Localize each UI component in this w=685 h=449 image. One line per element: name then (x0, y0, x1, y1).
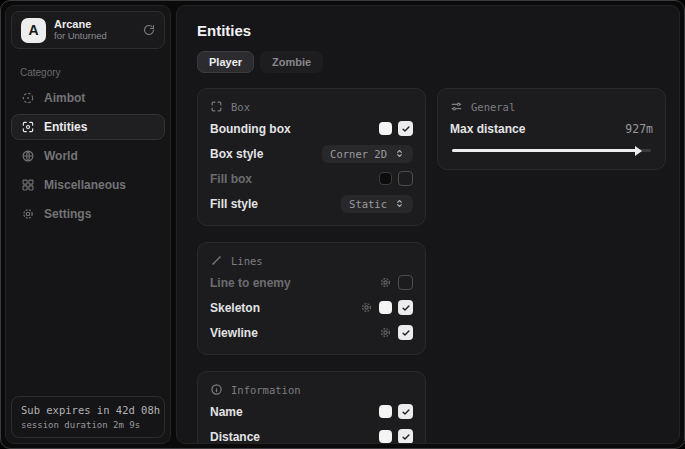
skeleton-controls (360, 300, 413, 315)
bounding-box-controls (379, 121, 413, 136)
viewline-checkbox[interactable] (398, 325, 413, 340)
right-column: General Max distance 927m (437, 88, 666, 170)
viewline-label: Viewline (210, 326, 258, 340)
name-checkbox[interactable] (398, 404, 413, 419)
box-style-dropdown[interactable]: Corner 2D (322, 145, 413, 163)
sidebar-item-label: Entities (44, 120, 87, 134)
fill-style-value: Static (349, 198, 387, 210)
chevron-up-down-icon (394, 198, 405, 209)
skeleton-settings-gear-icon[interactable] (360, 301, 373, 314)
bounding-box-label: Bounding box (210, 122, 291, 136)
general-panel-header: General (450, 100, 653, 113)
general-panel-title: General (471, 101, 515, 113)
entity-tabs: Player Zombie (197, 51, 666, 73)
line-to-enemy-checkbox[interactable] (398, 275, 413, 290)
fill-style-dropdown[interactable]: Static (341, 195, 413, 213)
sidebar-item-aimbot[interactable]: Aimbot (11, 85, 165, 111)
fill-box-label: Fill box (210, 172, 252, 186)
sidebar-item-label: Miscellaneous (44, 178, 126, 192)
skeleton-row: Skeleton (210, 297, 413, 318)
fill-box-row: Fill box (210, 168, 413, 189)
distance-controls (379, 429, 413, 444)
sidebar-item-settings[interactable]: Settings (11, 201, 165, 227)
fill-box-controls (379, 171, 413, 186)
bounding-box-row: Bounding box (210, 118, 413, 139)
check-icon (401, 407, 411, 417)
information-panel-header: Information (210, 383, 413, 396)
line-to-enemy-row: Line to enemy (210, 272, 413, 293)
box-style-row: Box style Corner 2D (210, 143, 413, 164)
general-panel: General Max distance 927m (437, 88, 666, 170)
name-label: Name (210, 405, 243, 419)
box-corners-icon (210, 100, 223, 113)
box-style-label: Box style (210, 147, 263, 161)
max-distance-value: 927m (625, 122, 653, 136)
scan-person-icon (21, 120, 35, 134)
sidebar-item-miscellaneous[interactable]: Miscellaneous (11, 172, 165, 198)
skeleton-label: Skeleton (210, 301, 260, 315)
crosshair-icon (21, 91, 35, 105)
app-window: A Arcane for Unturned Category Aimbot (0, 0, 685, 449)
page-title: Entities (197, 22, 666, 39)
line-to-enemy-controls (379, 275, 413, 290)
viewline-controls (379, 325, 413, 340)
fill-box-color-swatch[interactable] (379, 172, 392, 185)
lines-panel: Lines Line to enemy Skeleton (197, 242, 426, 355)
fill-box-checkbox[interactable] (398, 171, 413, 186)
chevron-up-down-icon (394, 148, 405, 159)
sidebar-item-world[interactable]: World (11, 143, 165, 169)
lines-panel-header: Lines (210, 254, 413, 267)
sidebar: A Arcane for Unturned Category Aimbot (5, 5, 171, 444)
brand-logo: A (21, 18, 46, 43)
box-panel-header: Box (210, 100, 413, 113)
line-to-enemy-settings-gear-icon[interactable] (379, 276, 392, 289)
name-controls (379, 404, 413, 419)
tab-player[interactable]: Player (197, 51, 254, 73)
box-panel-title: Box (231, 101, 250, 113)
distance-color-swatch[interactable] (379, 430, 392, 443)
sliders-icon (450, 100, 463, 113)
left-column: Box Bounding box Box style (197, 88, 426, 444)
brand-name: Arcane (54, 18, 107, 31)
distance-label: Distance (210, 430, 260, 444)
max-distance-slider-fill (452, 149, 637, 152)
fill-style-label: Fill style (210, 197, 258, 211)
sidebar-nav: Aimbot Entities World Miscellaneous (6, 85, 170, 227)
bounding-box-color-swatch[interactable] (379, 122, 392, 135)
max-distance-slider[interactable] (452, 149, 651, 152)
box-style-controls: Corner 2D (322, 145, 413, 163)
check-icon (401, 432, 411, 442)
distance-checkbox[interactable] (398, 429, 413, 444)
category-label: Category (20, 67, 156, 78)
name-color-swatch[interactable] (379, 405, 392, 418)
panels-content: Box Bounding box Box style (190, 88, 666, 444)
fill-style-row: Fill style Static (210, 193, 413, 214)
gear-icon (21, 207, 35, 221)
skeleton-checkbox[interactable] (398, 300, 413, 315)
tab-zombie[interactable]: Zombie (260, 51, 323, 73)
diagonal-line-icon (210, 254, 223, 267)
sub-expiry-text: Sub expires in 42d 08h (21, 404, 155, 416)
max-distance-row: Max distance 927m (450, 119, 653, 139)
line-to-enemy-label: Line to enemy (210, 276, 291, 290)
brand-subtitle: for Unturned (54, 31, 107, 42)
box-style-value: Corner 2D (330, 148, 387, 160)
viewline-settings-gear-icon[interactable] (379, 326, 392, 339)
max-distance-slider-thumb[interactable] (635, 146, 642, 156)
layout-grid-icon (21, 178, 35, 192)
skeleton-color-swatch[interactable] (379, 301, 392, 314)
bounding-box-checkbox[interactable] (398, 121, 413, 136)
max-distance-label: Max distance (450, 122, 525, 136)
session-duration-text: session duration 2m 9s (21, 420, 155, 430)
sync-icon[interactable] (143, 24, 155, 36)
check-icon (401, 328, 411, 338)
check-icon (401, 124, 411, 134)
information-panel-title: Information (231, 384, 301, 396)
brand-text: Arcane for Unturned (54, 18, 107, 42)
box-panel: Box Bounding box Box style (197, 88, 426, 226)
main-area: Entities Player Zombie Box Bounding box (176, 5, 680, 444)
fill-style-controls: Static (341, 195, 413, 213)
information-panel: Information Name Distance (197, 371, 426, 444)
sidebar-item-entities[interactable]: Entities (11, 114, 165, 140)
sidebar-item-label: Aimbot (44, 91, 85, 105)
